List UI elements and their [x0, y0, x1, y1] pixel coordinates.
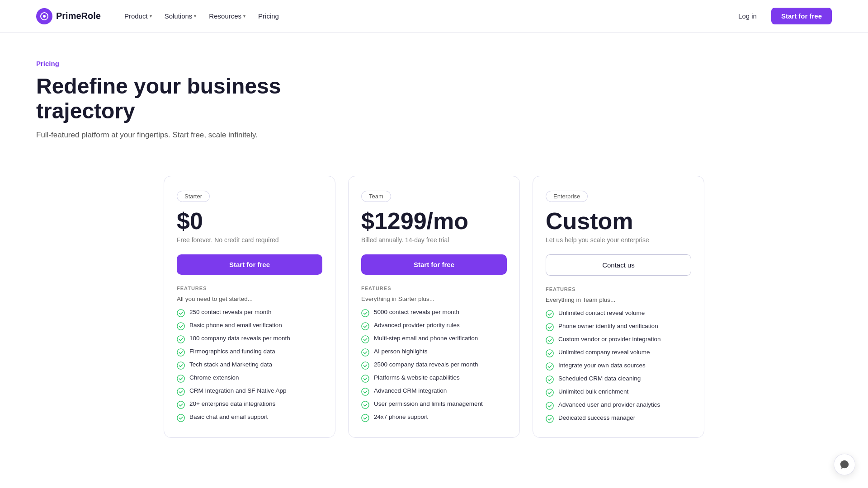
nav-product[interactable]: Product ▾: [119, 9, 157, 23]
nav-solutions[interactable]: Solutions ▾: [159, 9, 202, 23]
team-features-label: FEATURES: [361, 286, 507, 291]
svg-point-23: [546, 350, 553, 357]
check-icon: [361, 309, 369, 317]
svg-point-21: [546, 324, 553, 331]
enterprise-cta-button[interactable]: Contact us: [546, 254, 691, 276]
list-item: Scheduled CRM data cleaning: [546, 375, 691, 384]
brand-name: PrimeRole: [56, 11, 101, 21]
start-free-nav-button[interactable]: Start for free: [771, 8, 832, 24]
chevron-down-icon: ▾: [194, 14, 196, 19]
list-item: Chrome extension: [177, 374, 322, 383]
svg-point-20: [546, 310, 553, 318]
chat-support-button[interactable]: [834, 454, 855, 474]
team-price-sub: Billed annually. 14-day free trial: [361, 236, 507, 244]
check-icon: [546, 415, 554, 423]
starter-price-sub: Free forever. No credit card required: [177, 236, 322, 244]
list-item: Integrate your own data sources: [546, 362, 691, 371]
team-badge: Team: [361, 191, 391, 202]
starter-price: $0: [177, 209, 322, 233]
list-item: Basic chat and email support: [177, 413, 322, 422]
nav-right: Log in Start for free: [729, 8, 832, 24]
hero-subtitle: Full-featured platform at your fingertip…: [36, 131, 289, 140]
team-feature-list: 5000 contact reveals per month Advanced …: [361, 309, 507, 422]
check-icon: [361, 414, 369, 422]
list-item: 24x7 phone support: [361, 413, 507, 422]
svg-point-27: [546, 402, 553, 409]
enterprise-feature-list: Unlimited contact reveal volume Phone ow…: [546, 310, 691, 423]
chat-icon: [840, 460, 849, 469]
svg-point-26: [546, 389, 553, 396]
svg-point-16: [362, 375, 369, 382]
team-cta-button[interactable]: Start for free: [361, 254, 507, 275]
svg-point-14: [362, 349, 369, 356]
navbar: PrimeRole Product ▾ Solutions ▾ Resource…: [0, 0, 868, 33]
enterprise-features-label: FEATURES: [546, 286, 691, 292]
check-icon: [177, 401, 185, 409]
list-item: Phone owner identify and verification: [546, 323, 691, 331]
nav-left: PrimeRole Product ▾ Solutions ▾ Resource…: [36, 8, 284, 24]
pricing-section: Starter $0 Free forever. No credit card …: [0, 158, 868, 474]
list-item: 2500 company data reveals per month: [361, 361, 507, 370]
check-icon: [177, 309, 185, 317]
enterprise-badge: Enterprise: [546, 191, 588, 202]
hero-section: Pricing Redefine your business trajector…: [0, 33, 868, 158]
list-item: Advanced provider priority rules: [361, 322, 507, 330]
svg-point-25: [546, 376, 553, 383]
starter-badge: Starter: [177, 191, 210, 202]
check-icon: [361, 388, 369, 396]
check-icon: [361, 401, 369, 409]
list-item: Multi-step email and phone verification: [361, 335, 507, 343]
nav-resources[interactable]: Resources ▾: [203, 9, 251, 23]
check-icon: [177, 348, 185, 357]
nav-pricing[interactable]: Pricing: [253, 9, 284, 23]
svg-point-8: [177, 388, 184, 395]
starter-cta-button[interactable]: Start for free: [177, 254, 322, 275]
svg-point-1: [43, 15, 46, 18]
hero-title: Redefine your business trajectory: [36, 74, 353, 123]
list-item: Unlimited bulk enrichment: [546, 388, 691, 397]
logo[interactable]: PrimeRole: [36, 8, 101, 24]
svg-point-22: [546, 337, 553, 344]
list-item: CRM Integration and SF Native App: [177, 387, 322, 396]
list-item: 20+ enterprise data integrations: [177, 400, 322, 409]
starter-card: Starter $0 Free forever. No credit card …: [164, 176, 335, 438]
svg-point-28: [546, 415, 553, 422]
check-icon: [361, 361, 369, 370]
svg-point-5: [177, 349, 184, 356]
list-item: 250 contact reveals per month: [177, 309, 322, 317]
list-item: Custom vendor or provider integration: [546, 336, 691, 344]
enterprise-features-intro: Everything in Team plus...: [546, 296, 691, 303]
svg-point-18: [362, 401, 369, 408]
chevron-down-icon: ▾: [243, 14, 245, 19]
list-item: Unlimited company reveal volume: [546, 349, 691, 357]
hero-label: Pricing: [36, 60, 832, 67]
check-icon: [546, 323, 554, 331]
team-card: Team $1299/mo Billed annually. 14-day fr…: [348, 176, 520, 438]
svg-point-24: [546, 363, 553, 370]
login-button[interactable]: Log in: [729, 9, 766, 23]
check-icon: [177, 322, 185, 330]
check-icon: [546, 362, 554, 371]
starter-features-label: FEATURES: [177, 286, 322, 291]
logo-svg: [40, 12, 49, 21]
chevron-down-icon: ▾: [150, 14, 152, 19]
svg-point-17: [362, 388, 369, 395]
logo-icon: [36, 8, 52, 24]
svg-point-15: [362, 362, 369, 369]
check-icon: [546, 389, 554, 397]
list-item: Dedicated success manager: [546, 414, 691, 423]
list-item: Platforms & website capabilities: [361, 374, 507, 383]
svg-point-10: [177, 414, 184, 422]
check-icon: [361, 335, 369, 343]
check-icon: [177, 335, 185, 343]
check-icon: [177, 375, 185, 383]
check-icon: [177, 388, 185, 396]
list-item: Advanced user and provider analytics: [546, 401, 691, 410]
svg-point-11: [362, 310, 369, 317]
list-item: 100 company data reveals per month: [177, 335, 322, 343]
starter-feature-list: 250 contact reveals per month Basic phon…: [177, 309, 322, 422]
check-icon: [546, 310, 554, 318]
list-item: Unlimited contact reveal volume: [546, 310, 691, 318]
list-item: User permission and limits management: [361, 400, 507, 409]
nav-links: Product ▾ Solutions ▾ Resources ▾ Pricin…: [119, 9, 284, 23]
